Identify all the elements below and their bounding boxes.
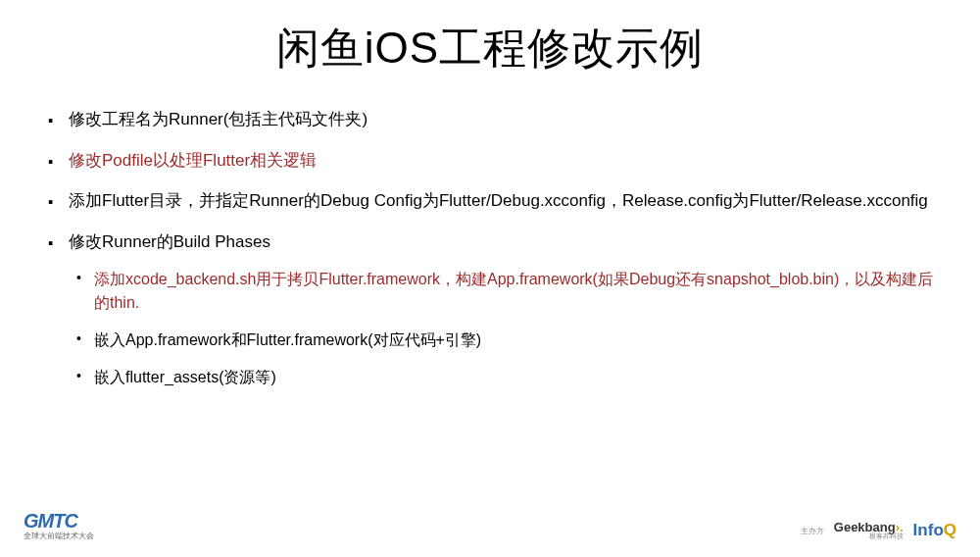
bullet-item-4: 修改Runner的Build Phases 添加xcode_backend.sh… [69,229,941,390]
bullet-item-4-text: 修改Runner的Build Phases [69,232,270,251]
sub-bullet-3: 嵌入flutter_assets(资源等) [94,366,941,389]
gmtc-logo: GMTC [24,510,94,532]
slide-footer: GMTC 全球大前端技术大会 主办方 Geekbang›. 极客邦科技 Info… [24,510,956,541]
footer-right: 主办方 Geekbang›. 极客邦科技 InfoQ [801,520,956,541]
slide-content: 修改工程名为Runner(包括主代码文件夹) 修改Podfile以处理Flutt… [39,107,941,508]
footer-left: GMTC 全球大前端技术大会 [24,510,94,541]
infoq-prefix: Info [913,521,944,539]
sponsor-label: 主办方 [801,526,824,536]
bullet-item-3: 添加Flutter目录，并指定Runner的Debug Config为Flutt… [69,188,941,214]
bullet-item-2: 修改Podfile以处理Flutter相关逻辑 [69,148,941,174]
sub-bullet-1: 添加xcode_backend.sh用于拷贝Flutter.framework，… [94,268,941,315]
geekbang-block: Geekbang›. 极客邦科技 [834,520,904,541]
infoq-q: Q [944,521,956,539]
sub-bullet-list: 添加xcode_backend.sh用于拷贝Flutter.framework，… [69,268,941,389]
gmtc-subtitle: 全球大前端技术大会 [24,531,94,541]
slide: 闲鱼iOS工程修改示例 修改工程名为Runner(包括主代码文件夹) 修改Pod… [0,0,980,557]
sub-bullet-2: 嵌入App.framework和Flutter.framework(对应代码+引… [94,329,941,352]
infoq-logo: InfoQ [913,521,956,540]
bullet-list: 修改工程名为Runner(包括主代码文件夹) 修改Podfile以处理Flutt… [39,107,941,389]
slide-title: 闲鱼iOS工程修改示例 [39,20,941,77]
bullet-item-1: 修改工程名为Runner(包括主代码文件夹) [69,107,941,132]
